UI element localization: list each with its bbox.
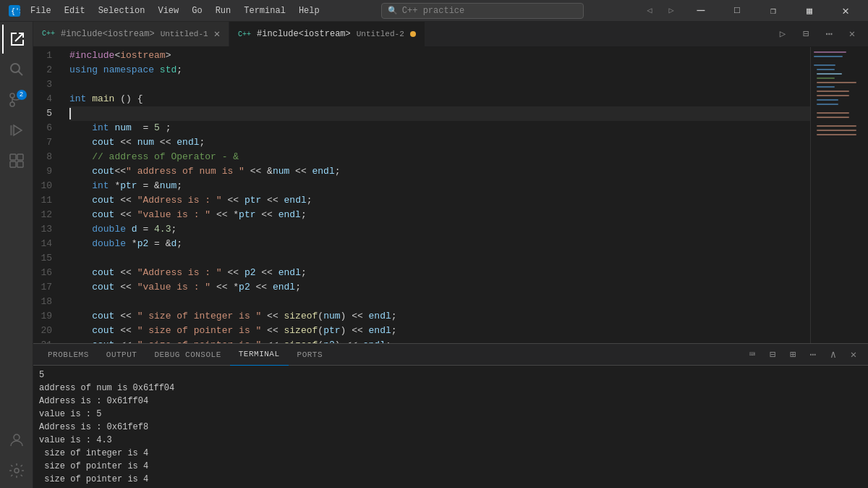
- sidebar-item-explorer[interactable]: [2, 25, 31, 54]
- code-line-15: [69, 251, 810, 266]
- svg-line-3: [18, 72, 22, 76]
- code-line-1: #include<iostream>: [69, 49, 810, 63]
- close-panel-button[interactable]: ✕: [842, 24, 862, 44]
- tab-untitled-1[interactable]: C++ #include<iostream> Untitled-1 ✕: [33, 22, 229, 46]
- nav-back-button[interactable]: ◁: [639, 1, 660, 21]
- panel-code-icon[interactable]: ⌨: [744, 346, 761, 363]
- tab1-filename: Untitled-1: [161, 30, 208, 38]
- nav-forward-button[interactable]: ▷: [661, 1, 681, 21]
- menu-run[interactable]: Run: [210, 4, 237, 17]
- line-num-2: 2: [33, 63, 64, 77]
- menu-edit[interactable]: Edit: [59, 4, 91, 17]
- code-line-3: [69, 77, 810, 92]
- svg-rect-25: [817, 99, 838, 101]
- vscode-logo-icon: {'>'}: [9, 5, 20, 17]
- tab1-label: #include<iostream>: [61, 29, 155, 39]
- panel-layout-icon[interactable]: ⊟: [764, 346, 781, 363]
- minimize-button[interactable]: ─: [684, 0, 718, 22]
- svg-rect-29: [817, 125, 856, 127]
- sidebar-item-run-debug[interactable]: [2, 116, 31, 145]
- tab1-close-button[interactable]: ✕: [214, 28, 220, 40]
- panel-tab-debug-console[interactable]: DEBUG CONSOLE: [145, 344, 229, 366]
- sidebar-item-extensions[interactable]: [2, 146, 31, 175]
- svg-point-2: [11, 64, 20, 72]
- terminal-line-4: value is : 5: [39, 408, 862, 421]
- sidebar-item-source-control[interactable]: 2: [2, 85, 31, 114]
- maximize-button[interactable]: □: [720, 0, 754, 22]
- line-num-7: 7: [33, 135, 64, 150]
- code-line-9: cout<<" address of num is " << &num << e…: [69, 164, 810, 179]
- menu-go[interactable]: Go: [186, 4, 208, 17]
- line-num-9: 9: [33, 164, 64, 179]
- line-num-13: 13: [33, 222, 64, 237]
- panel-tab-ports[interactable]: PORTS: [289, 344, 332, 366]
- more-actions-button[interactable]: ⋯: [819, 24, 839, 44]
- search-bar: 🔍 C++ practice: [326, 3, 639, 19]
- svg-rect-17: [814, 64, 835, 66]
- tab2-modified-dot: [410, 31, 416, 37]
- svg-rect-10: [17, 154, 23, 160]
- code-line-13: double d = 4.3;: [69, 222, 810, 237]
- line-num-15: 15: [33, 251, 64, 266]
- menu-terminal[interactable]: Terminal: [238, 4, 292, 17]
- search-icon: 🔍: [388, 6, 398, 15]
- search-placeholder: C++ practice: [402, 6, 464, 16]
- terminal-content[interactable]: 5 address of num is 0x61ff04 Address is …: [33, 366, 868, 488]
- run-button[interactable]: ▷: [773, 24, 793, 44]
- tab-actions: ▷ ⊟ ⋯ ✕: [773, 22, 868, 46]
- menu-view[interactable]: View: [152, 4, 184, 17]
- line-num-20: 20: [33, 324, 64, 338]
- panel-more-icon[interactable]: ⋯: [804, 346, 822, 363]
- menu-bar: File Edit Selection View Go Run Terminal…: [25, 4, 326, 17]
- panel-split-icon[interactable]: ⊞: [784, 346, 801, 363]
- terminal-line-9: size of pointer is 4: [39, 473, 862, 486]
- menu-help[interactable]: Help: [293, 4, 326, 17]
- svg-rect-22: [817, 86, 835, 88]
- close-button[interactable]: ✕: [829, 0, 862, 22]
- tab2-icon: C++: [238, 30, 251, 38]
- code-line-8: // address of Operator - &: [69, 150, 810, 164]
- menu-file[interactable]: File: [25, 4, 57, 17]
- line-num-3: 3: [33, 77, 64, 92]
- code-line-7: cout << num << endl;: [69, 135, 810, 150]
- settings-icon[interactable]: [2, 456, 31, 485]
- split-editor-button[interactable]: ⊟: [796, 24, 816, 44]
- code-area[interactable]: #include<iostream> using namespace std; …: [69, 47, 810, 343]
- menu-selection[interactable]: Selection: [93, 4, 151, 17]
- panel-tab-output[interactable]: OUTPUT: [98, 344, 146, 366]
- tab-untitled-2[interactable]: C++ #include<iostream> Untitled-2: [229, 22, 425, 46]
- line-num-4: 4: [33, 92, 64, 106]
- terminal-line-2: address of num is 0x61ff04: [39, 382, 862, 395]
- layout-button[interactable]: ▦: [793, 0, 826, 22]
- line-num-14: 14: [33, 237, 64, 251]
- editor-area: C++ #include<iostream> Untitled-1 ✕ C++ …: [33, 22, 868, 343]
- line-num-8: 8: [33, 150, 64, 164]
- editor-content: 1 2 3 4 5 6 7 8 9 10 11 12 13 14: [33, 47, 868, 343]
- sidebar-item-search[interactable]: [2, 55, 31, 84]
- panel-close-button[interactable]: ✕: [845, 346, 862, 363]
- search-input[interactable]: 🔍 C++ practice: [381, 3, 584, 19]
- code-line-20: cout << " size of pointer is " << sizeof…: [69, 324, 810, 338]
- panel-tab-terminal[interactable]: TERMINAL: [230, 344, 289, 366]
- svg-rect-19: [817, 73, 842, 75]
- terminal-line-7: size of integer is 4: [39, 447, 862, 460]
- svg-rect-30: [817, 130, 856, 131]
- titlebar-right: ◁ ▷ ─ □ ❐ ▦ ✕: [639, 0, 862, 22]
- svg-rect-31: [817, 134, 856, 135]
- panel-chevron-up-icon[interactable]: ∧: [825, 346, 842, 363]
- restore-button[interactable]: ❐: [757, 0, 790, 22]
- svg-rect-28: [817, 117, 849, 118]
- svg-rect-8: [10, 125, 12, 135]
- line-num-17: 17: [33, 280, 64, 295]
- code-line-12: cout << "value is : " << *ptr << endl;: [69, 208, 810, 222]
- accounts-icon[interactable]: [2, 426, 31, 455]
- code-line-14: double *p2 = &d;: [69, 237, 810, 251]
- svg-rect-12: [17, 161, 23, 167]
- panel-tab-problems[interactable]: PROBLEMS: [39, 344, 98, 366]
- panel-tabs: PROBLEMS OUTPUT DEBUG CONSOLE TERMINAL P…: [33, 344, 868, 366]
- svg-rect-23: [817, 91, 849, 92]
- code-line-4: int main () {: [69, 92, 810, 106]
- line-num-12: 12: [33, 208, 64, 222]
- svg-rect-11: [10, 161, 16, 167]
- source-control-badge: 2: [17, 90, 27, 100]
